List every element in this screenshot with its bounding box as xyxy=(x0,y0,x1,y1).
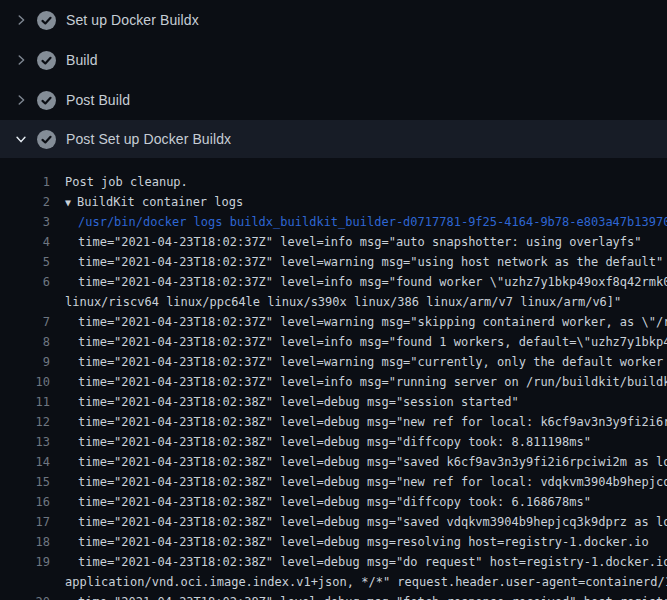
log-line-text: time="2021-04-23T18:02:37Z" level=info m… xyxy=(50,372,667,392)
log-line-text: time="2021-04-23T18:02:37Z" level=warnin… xyxy=(50,352,667,372)
log-line: 4time="2021-04-23T18:02:37Z" level=info … xyxy=(0,232,667,252)
log-line-text: Post job cleanup. xyxy=(50,172,667,192)
log-line-text: time="2021-04-23T18:02:38Z" level=debug … xyxy=(50,492,667,512)
step-row-set-up-docker-buildx[interactable]: Set up Docker Buildx xyxy=(0,0,667,40)
log-line: 8time="2021-04-23T18:02:37Z" level=info … xyxy=(0,332,667,352)
check-circle-icon xyxy=(37,130,56,149)
log-line-text: BuildKit container logs xyxy=(77,195,243,209)
log-line-text: time="2021-04-23T18:02:38Z" level=debug … xyxy=(50,512,667,532)
step-label: Build xyxy=(66,52,98,68)
log-line-number[interactable]: 16 xyxy=(0,492,50,512)
chevron-right-icon[interactable] xyxy=(13,12,29,28)
log-line-number[interactable]: 12 xyxy=(0,412,50,432)
log-line: 12time="2021-04-23T18:02:38Z" level=debu… xyxy=(0,412,667,432)
step-row-post-set-up-docker-buildx[interactable]: Post Set up Docker Buildx xyxy=(0,120,667,158)
log-line-text: time="2021-04-23T18:02:37Z" level=info m… xyxy=(50,272,667,292)
log-line-number xyxy=(0,572,50,592)
log-line-number xyxy=(0,292,50,312)
log-line-number[interactable]: 8 xyxy=(0,332,50,352)
check-circle-icon xyxy=(37,11,56,30)
chevron-right-icon[interactable] xyxy=(13,52,29,68)
log-line-number[interactable]: 5 xyxy=(0,252,50,272)
log-line-number[interactable]: 9 xyxy=(0,352,50,372)
log-line: linux/riscv64 linux/ppc64le linux/s390x … xyxy=(0,292,667,312)
log-line: 15time="2021-04-23T18:02:38Z" level=debu… xyxy=(0,472,667,492)
steps-list: Set up Docker BuildxBuildPost BuildPost … xyxy=(0,0,667,158)
log-group-row: ▼BuildKit container logs xyxy=(50,192,667,212)
log-line: 16time="2021-04-23T18:02:38Z" level=debu… xyxy=(0,492,667,512)
log-line-number[interactable]: 14 xyxy=(0,452,50,472)
log-line-text: time="2021-04-23T18:02:38Z" level=debug … xyxy=(50,472,667,492)
log-line-number[interactable]: 13 xyxy=(0,432,50,452)
log-line-number[interactable]: 4 xyxy=(0,232,50,252)
log-line: 11time="2021-04-23T18:02:38Z" level=debu… xyxy=(0,392,667,412)
log-line-text: time="2021-04-23T18:02:38Z" level=debug … xyxy=(50,432,667,452)
check-circle-icon xyxy=(37,91,56,110)
log-line-text: /usr/bin/docker logs buildx_buildkit_bui… xyxy=(50,212,667,232)
chevron-down-icon[interactable] xyxy=(13,131,29,147)
log-line-text: time="2021-04-23T18:02:37Z" level=warnin… xyxy=(50,252,667,272)
step-label: Post Build xyxy=(66,92,130,108)
step-row-post-build[interactable]: Post Build xyxy=(0,80,667,120)
log-line-text: time="2021-04-23T18:02:38Z" level=debug … xyxy=(50,592,667,600)
log-line: 5time="2021-04-23T18:02:37Z" level=warni… xyxy=(0,252,667,272)
log-line-text: time="2021-04-23T18:02:38Z" level=debug … xyxy=(50,552,667,572)
log-line-number[interactable]: 2 xyxy=(0,192,50,212)
log-line-text: time="2021-04-23T18:02:38Z" level=debug … xyxy=(50,532,667,552)
log-line-text: application/vnd.oci.image.index.v1+json,… xyxy=(50,572,667,592)
log-view: 1Post job cleanup.2▼BuildKit container l… xyxy=(0,158,667,600)
collapse-triangle-icon[interactable]: ▼ xyxy=(65,193,71,212)
log-line-number[interactable]: 6 xyxy=(0,272,50,292)
log-line: 14time="2021-04-23T18:02:38Z" level=debu… xyxy=(0,452,667,472)
log-line-text: time="2021-04-23T18:02:38Z" level=debug … xyxy=(50,412,667,432)
step-row-build[interactable]: Build xyxy=(0,40,667,80)
log-line-number[interactable]: 17 xyxy=(0,512,50,532)
log-line-text: time="2021-04-23T18:02:37Z" level=info m… xyxy=(50,332,667,352)
step-label: Post Set up Docker Buildx xyxy=(66,131,231,147)
log-line: 7time="2021-04-23T18:02:37Z" level=warni… xyxy=(0,312,667,332)
step-label: Set up Docker Buildx xyxy=(66,12,199,28)
chevron-right-icon[interactable] xyxy=(13,92,29,108)
log-line-text: time="2021-04-23T18:02:38Z" level=debug … xyxy=(50,392,667,412)
log-line: 3/usr/bin/docker logs buildx_buildkit_bu… xyxy=(0,212,667,232)
log-line: 19time="2021-04-23T18:02:38Z" level=debu… xyxy=(0,552,667,572)
log-line: 6time="2021-04-23T18:02:37Z" level=info … xyxy=(0,272,667,292)
log-line: 1Post job cleanup. xyxy=(0,172,667,192)
log-line-text: time="2021-04-23T18:02:37Z" level=info m… xyxy=(50,232,667,252)
log-line: 2▼BuildKit container logs xyxy=(0,192,667,212)
log-line: 18time="2021-04-23T18:02:38Z" level=debu… xyxy=(0,532,667,552)
log-line-number[interactable]: 20 xyxy=(0,592,50,600)
log-line: 10time="2021-04-23T18:02:37Z" level=info… xyxy=(0,372,667,392)
log-line-number[interactable]: 7 xyxy=(0,312,50,332)
log-line-number[interactable]: 19 xyxy=(0,552,50,572)
log-line-number[interactable]: 15 xyxy=(0,472,50,492)
log-line-text: time="2021-04-23T18:02:38Z" level=debug … xyxy=(50,452,667,472)
log-line-number[interactable]: 11 xyxy=(0,392,50,412)
log-line: 20time="2021-04-23T18:02:38Z" level=debu… xyxy=(0,592,667,600)
log-line-number[interactable]: 1 xyxy=(0,172,50,192)
log-line: application/vnd.oci.image.index.v1+json,… xyxy=(0,572,667,592)
log-line-number[interactable]: 3 xyxy=(0,212,50,232)
log-line: 13time="2021-04-23T18:02:38Z" level=debu… xyxy=(0,432,667,452)
log-line-text: time="2021-04-23T18:02:37Z" level=warnin… xyxy=(50,312,667,332)
log-line-text: linux/riscv64 linux/ppc64le linux/s390x … xyxy=(50,292,667,312)
log-line: 9time="2021-04-23T18:02:37Z" level=warni… xyxy=(0,352,667,372)
log-line-number[interactable]: 10 xyxy=(0,372,50,392)
log-line: 17time="2021-04-23T18:02:38Z" level=debu… xyxy=(0,512,667,532)
log-line-number[interactable]: 18 xyxy=(0,532,50,552)
check-circle-icon xyxy=(37,51,56,70)
